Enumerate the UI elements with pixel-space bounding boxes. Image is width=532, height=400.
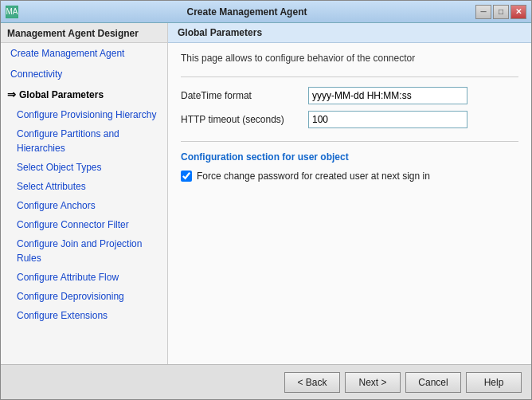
sidebar: Management Agent Designer Create Managem…	[1, 23, 168, 364]
sidebar-item-select-attr[interactable]: Select Attributes	[1, 177, 167, 196]
cancel-button[interactable]: Cancel	[405, 372, 461, 393]
divider-mid	[181, 141, 518, 142]
next-button[interactable]: Next >	[345, 372, 401, 393]
current-arrow-icon: ⇒	[7, 87, 16, 103]
force-pw-checkbox[interactable]	[181, 171, 192, 182]
content-area: Management Agent Designer Create Managem…	[1, 23, 531, 364]
sidebar-item-config-deprov[interactable]: Configure Deprovisioning	[1, 287, 167, 306]
sidebar-item-select-obj[interactable]: Select Object Types	[1, 158, 167, 177]
maximize-button[interactable]: □	[493, 5, 509, 19]
panel-body: This page allows to configure behavior o…	[168, 43, 531, 364]
checkbox-row: Force change password for created user a…	[181, 171, 518, 182]
bottom-bar: < Back Next > Cancel Help	[1, 364, 531, 399]
datetime-input[interactable]	[308, 87, 467, 104]
divider-top	[181, 76, 518, 77]
help-button[interactable]: Help	[466, 372, 522, 393]
sidebar-item-create-ma[interactable]: Create Management Agent	[1, 43, 167, 64]
title-bar: MA Create Management Agent ─ □ ✕	[1, 1, 531, 23]
sidebar-header: Management Agent Designer	[1, 23, 167, 43]
main-panel: Global Parameters This page allows to co…	[168, 23, 531, 364]
config-section-label: Configuration section for user object	[181, 151, 518, 163]
sidebar-item-config-conn[interactable]: Configure Connector Filter	[1, 215, 167, 234]
panel-header: Global Parameters	[168, 23, 531, 43]
form-section: DateTime format HTTP timeout (seconds)	[181, 87, 518, 128]
description-text: This page allows to configure behavior o…	[181, 53, 518, 64]
sidebar-item-connectivity[interactable]: Connectivity	[1, 64, 167, 84]
window-title: Create Management Agent	[18, 6, 475, 18]
window-controls: ─ □ ✕	[475, 5, 526, 19]
datetime-row: DateTime format	[181, 87, 518, 104]
close-button[interactable]: ✕	[510, 5, 526, 19]
datetime-label: DateTime format	[181, 90, 308, 101]
sidebar-item-config-join[interactable]: Configure Join and Projection Rules	[1, 234, 167, 268]
sidebar-item-config-ext[interactable]: Configure Extensions	[1, 306, 167, 325]
minimize-button[interactable]: ─	[475, 5, 491, 19]
sidebar-item-config-anchors[interactable]: Configure Anchors	[1, 196, 167, 215]
app-icon: MA	[6, 6, 18, 18]
sidebar-item-config-attr-flow[interactable]: Configure Attribute Flow	[1, 268, 167, 287]
main-window: MA Create Management Agent ─ □ ✕ Managem…	[0, 0, 532, 400]
http-input[interactable]	[308, 111, 467, 128]
back-button[interactable]: < Back	[284, 372, 340, 393]
sidebar-item-global-params[interactable]: ⇒ Global Parameters	[1, 84, 167, 105]
sidebar-item-config-part[interactable]: Configure Partitions and Hierarchies	[1, 124, 167, 158]
http-label: HTTP timeout (seconds)	[181, 114, 308, 125]
checkbox-label: Force change password for created user a…	[197, 171, 430, 182]
sidebar-item-config-prov[interactable]: Configure Provisioning Hierarchy	[1, 105, 167, 124]
http-row: HTTP timeout (seconds)	[181, 111, 518, 128]
